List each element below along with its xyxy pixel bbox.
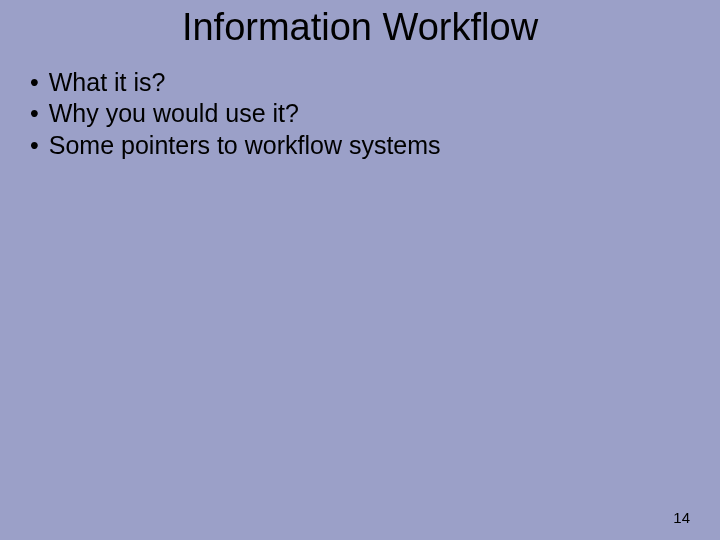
slide-title: Information Workflow — [0, 0, 720, 67]
bullet-list: • What it is? • Why you would use it? • … — [0, 67, 720, 161]
page-number: 14 — [673, 509, 690, 526]
bullet-text: What it is? — [49, 67, 166, 98]
bullet-icon: • — [30, 130, 39, 161]
bullet-text: Why you would use it? — [49, 98, 299, 129]
list-item: • Why you would use it? — [30, 98, 720, 129]
list-item: • Some pointers to workflow systems — [30, 130, 720, 161]
bullet-icon: • — [30, 98, 39, 129]
bullet-icon: • — [30, 67, 39, 98]
list-item: • What it is? — [30, 67, 720, 98]
bullet-text: Some pointers to workflow systems — [49, 130, 441, 161]
